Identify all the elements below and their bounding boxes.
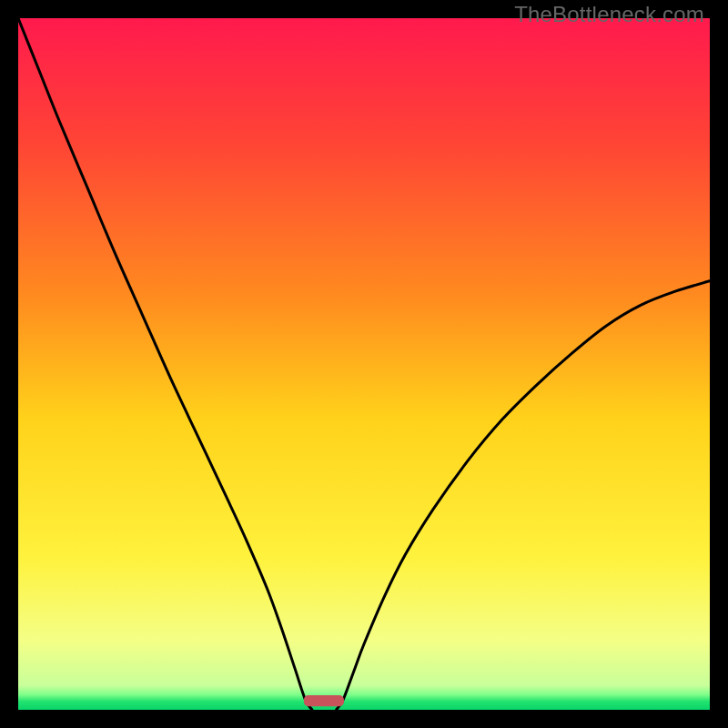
- bottleneck-chart: [18, 18, 710, 710]
- bottleneck-marker: [304, 695, 344, 706]
- chart-frame: [18, 18, 710, 710]
- watermark-text: TheBottleneck.com: [514, 2, 704, 27]
- chart-background: [18, 18, 710, 710]
